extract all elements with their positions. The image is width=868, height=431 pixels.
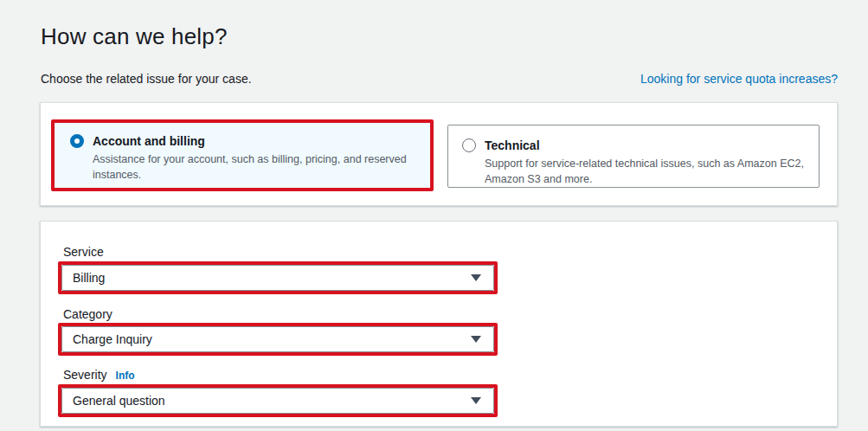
tile-text: Account and billing Assistance for your … xyxy=(93,133,415,183)
severity-info-link[interactable]: Info xyxy=(116,370,135,382)
chevron-down-icon xyxy=(471,336,481,343)
service-select[interactable]: Billing xyxy=(61,265,494,291)
subtitle: Choose the related issue for your case. xyxy=(41,72,252,86)
severity-select-value: General question xyxy=(73,394,165,408)
severity-field-label-row: Severity Info xyxy=(63,368,135,382)
severity-label-text: Severity xyxy=(63,368,107,382)
chevron-down-icon xyxy=(471,274,481,281)
subheader: Choose the related issue for your case. … xyxy=(41,72,838,86)
category-field-label: Category xyxy=(63,307,113,321)
tile-account-label: Account and billing xyxy=(93,133,415,149)
tile-account-and-billing[interactable]: Account and billing Assistance for your … xyxy=(55,123,430,188)
tile-text: Technical Support for service-related te… xyxy=(485,138,807,187)
chevron-down-icon xyxy=(471,397,481,404)
tile-technical-description: Support for service-related technical is… xyxy=(485,156,807,187)
category-select-value: Charge Inquiry xyxy=(73,332,152,346)
radio-checked-icon[interactable] xyxy=(70,134,84,148)
annotation-box-category: Charge Inquiry xyxy=(58,323,498,356)
case-details-panel: Service Billing Category Charge Inquiry … xyxy=(40,221,838,427)
annotation-box-account-billing: Account and billing Assistance for your … xyxy=(51,119,434,191)
issue-type-panel: Account and billing Assistance for your … xyxy=(40,102,838,206)
annotation-box-service: Billing xyxy=(58,261,498,294)
page-title: How can we help? xyxy=(41,23,228,50)
tile-account-description: Assistance for your account, such as bil… xyxy=(93,151,415,183)
category-select[interactable]: Charge Inquiry xyxy=(61,326,494,352)
tile-technical-label: Technical xyxy=(485,138,807,153)
service-quota-increases-link[interactable]: Looking for service quota increases? xyxy=(640,72,838,86)
service-field-label: Service xyxy=(63,245,104,259)
service-select-value: Billing xyxy=(73,271,105,285)
severity-select[interactable]: General question xyxy=(61,388,494,414)
annotation-box-severity: General question xyxy=(58,384,498,417)
tile-technical[interactable]: Technical Support for service-related te… xyxy=(447,125,820,188)
radio-unchecked-icon[interactable] xyxy=(462,138,476,152)
